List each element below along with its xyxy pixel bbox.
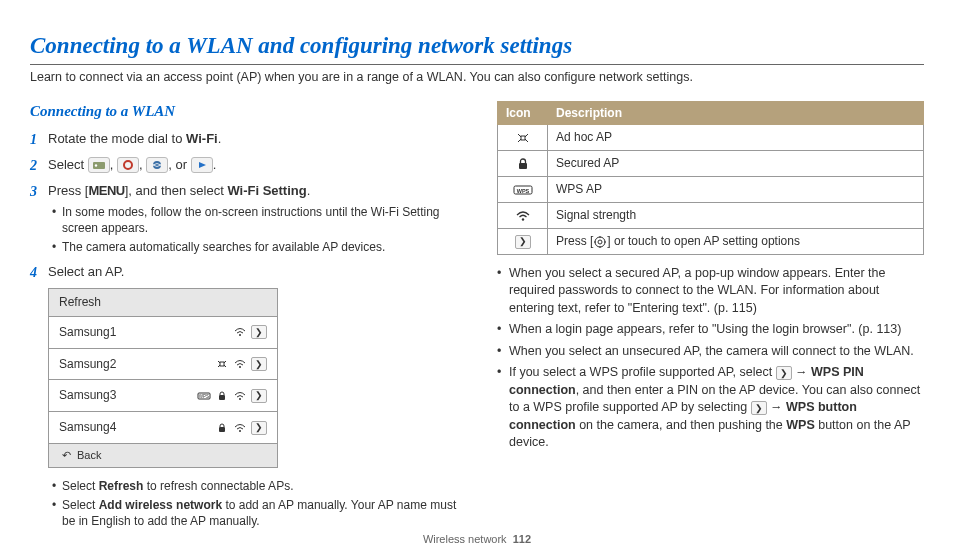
step-3-text-a: Press [ <box>48 183 88 198</box>
svg-point-5 <box>239 334 241 336</box>
wps-icon: WPS <box>197 390 211 402</box>
step-1-text-a: Rotate the mode dial to <box>48 131 186 146</box>
add-wireless-bold: Add wireless network <box>99 498 222 512</box>
mode-icon-1 <box>88 157 110 173</box>
svg-point-28 <box>598 240 602 244</box>
right-column: Icon Description Ad hoc AP Secured AP WP… <box>497 101 924 531</box>
svg-text:WPS: WPS <box>199 394 209 399</box>
psa-pre: Select <box>62 479 99 493</box>
b4e: on the camera, and then pushing the <box>576 418 787 432</box>
psb-pre: Select <box>62 498 99 512</box>
svg-rect-23 <box>519 163 527 169</box>
wifi-label: Wi-Fi <box>186 131 218 146</box>
step-1-text-b: . <box>218 131 222 146</box>
svg-text:WPS: WPS <box>516 187 529 193</box>
r5a: Press [ <box>556 234 593 248</box>
secured-icon-cell <box>498 151 548 177</box>
mode-icon-2 <box>117 157 139 173</box>
svg-point-2 <box>124 161 132 169</box>
chevron-right-icon: ❯ <box>751 401 767 415</box>
signal-desc: Signal strength <box>548 202 924 228</box>
ap-item-1: Samsung1 ❯ <box>48 316 278 349</box>
svg-point-3 <box>153 161 161 169</box>
options-desc: Press [] or touch to open AP setting opt… <box>548 228 924 254</box>
chevron-right-icon: ❯ <box>776 366 792 380</box>
s2e: . <box>213 157 217 172</box>
adhoc-icon <box>215 358 229 370</box>
ap-item-3-label: Samsung3 <box>59 387 116 404</box>
footer-section: Wireless network <box>423 533 507 545</box>
options-icon-cell: ❯ <box>498 228 548 254</box>
step-3-sub-2: The camera automatically searches for av… <box>52 239 457 255</box>
step-3-text-b: ], and then select <box>125 183 228 198</box>
back-icon: ↶ <box>59 450 73 462</box>
wifi-setting-label: Wi-Fi Setting <box>227 183 306 198</box>
svg-marker-4 <box>199 162 206 168</box>
wps-icon-cell: WPS <box>498 177 548 203</box>
chevron-right-icon: ❯ <box>251 421 267 435</box>
page-title: Connecting to a WLAN and configuring net… <box>30 30 924 62</box>
refresh-bold: Refresh <box>99 479 144 493</box>
step-2-text-a: Select <box>48 157 88 172</box>
intro-text: Learn to connect via an access point (AP… <box>30 69 924 87</box>
step-3-text-c: . <box>307 183 311 198</box>
bullet-1: When you select a secured AP, a pop-up w… <box>497 265 924 318</box>
ap-back-label: Back <box>77 448 101 463</box>
bullet-3: When you select an unsecured AP, the cam… <box>497 343 924 361</box>
svg-point-15 <box>239 398 241 400</box>
s2c: , <box>139 157 146 172</box>
section-heading: Connecting to a WLAN <box>30 101 457 122</box>
adhoc-desc: Ad hoc AP <box>548 125 924 151</box>
ap-item-4-label: Samsung4 <box>59 419 116 436</box>
icon-description-table: Icon Description Ad hoc AP Secured AP WP… <box>497 101 924 255</box>
adhoc-icon-cell <box>498 125 548 151</box>
svg-rect-6 <box>220 362 224 366</box>
ap-refresh-row: Refresh <box>48 288 278 317</box>
signal-icon <box>233 422 247 434</box>
signal-icon <box>233 358 247 370</box>
left-column: Connecting to a WLAN 1 Rotate the mode d… <box>30 101 457 531</box>
mode-icon-4 <box>191 157 213 173</box>
step-number: 1 <box>30 130 37 150</box>
step-2: 2 Select , , , or . <box>30 156 457 174</box>
title-divider <box>30 64 924 65</box>
menu-label: MENU <box>88 183 124 198</box>
svg-point-1 <box>95 165 97 167</box>
chevron-right-icon: ❯ <box>251 357 267 371</box>
step-4: 4 Select an AP. <box>30 263 457 281</box>
ap-item-1-label: Samsung1 <box>59 324 116 341</box>
b4b: → <box>792 365 811 379</box>
step-1: 1 Rotate the mode dial to Wi-Fi. <box>30 130 457 148</box>
ap-refresh-label: Refresh <box>59 294 101 311</box>
chevron-right-icon: ❯ <box>251 325 267 339</box>
footer-page-number: 112 <box>513 533 531 545</box>
svg-rect-16 <box>219 427 225 432</box>
bullet-4: If you select a WPS profile supported AP… <box>497 364 924 452</box>
ap-item-2-label: Samsung2 <box>59 356 116 373</box>
ap-item-2: Samsung2 ❯ <box>48 348 278 381</box>
mode-icon-3 <box>146 157 168 173</box>
svg-rect-14 <box>219 395 225 400</box>
r5b: ] or touch to open AP setting options <box>607 234 800 248</box>
fn-icon <box>593 234 607 248</box>
chevron-right-icon: ❯ <box>251 389 267 403</box>
step-number: 4 <box>30 263 37 283</box>
step-number: 2 <box>30 156 37 176</box>
svg-line-8 <box>224 361 226 363</box>
svg-point-26 <box>521 218 523 220</box>
wps-desc: WPS AP <box>548 177 924 203</box>
step-3-sub-1: In some modes, follow the on-screen inst… <box>52 204 457 236</box>
svg-line-9 <box>218 365 220 367</box>
wps-label: WPS <box>786 418 814 432</box>
b4d: → <box>767 400 786 414</box>
step-3: 3 Press [MENU], and then select Wi-Fi Se… <box>30 182 457 255</box>
svg-line-10 <box>224 365 226 367</box>
svg-point-11 <box>239 366 241 368</box>
lock-icon <box>215 390 229 402</box>
secured-desc: Secured AP <box>548 151 924 177</box>
s2d: , or <box>168 157 190 172</box>
lock-icon <box>215 422 229 434</box>
step-number: 3 <box>30 182 37 202</box>
svg-line-7 <box>218 361 220 363</box>
page-footer: Wireless network 112 <box>0 532 954 547</box>
